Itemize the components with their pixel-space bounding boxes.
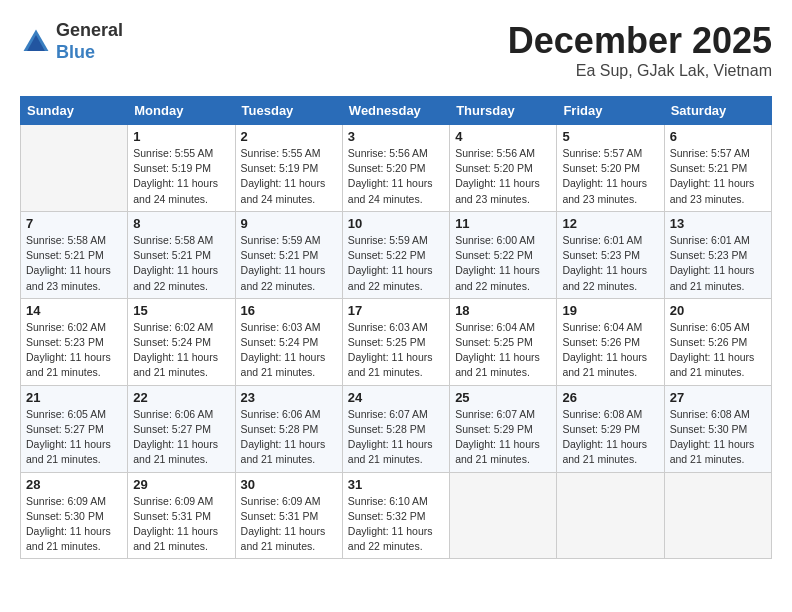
cell-info: Sunrise: 5:57 AMSunset: 5:20 PMDaylight:… xyxy=(562,146,658,207)
cell-date: 13 xyxy=(670,216,766,231)
cell-date: 25 xyxy=(455,390,551,405)
cell-date: 1 xyxy=(133,129,229,144)
cell-info: Sunrise: 6:03 AMSunset: 5:24 PMDaylight:… xyxy=(241,320,337,381)
calendar-week-row: 1Sunrise: 5:55 AMSunset: 5:19 PMDaylight… xyxy=(21,125,772,212)
cell-date: 14 xyxy=(26,303,122,318)
cell-date: 29 xyxy=(133,477,229,492)
cell-date: 17 xyxy=(348,303,444,318)
calendar-cell: 11Sunrise: 6:00 AMSunset: 5:22 PMDayligh… xyxy=(450,211,557,298)
logo: General Blue xyxy=(20,20,123,63)
cell-info: Sunrise: 6:05 AMSunset: 5:27 PMDaylight:… xyxy=(26,407,122,468)
cell-date: 10 xyxy=(348,216,444,231)
calendar-cell: 24Sunrise: 6:07 AMSunset: 5:28 PMDayligh… xyxy=(342,385,449,472)
calendar-week-row: 7Sunrise: 5:58 AMSunset: 5:21 PMDaylight… xyxy=(21,211,772,298)
logo-general-text: General xyxy=(56,20,123,40)
calendar-week-row: 28Sunrise: 6:09 AMSunset: 5:30 PMDayligh… xyxy=(21,472,772,559)
cell-info: Sunrise: 5:58 AMSunset: 5:21 PMDaylight:… xyxy=(133,233,229,294)
calendar-cell: 9Sunrise: 5:59 AMSunset: 5:21 PMDaylight… xyxy=(235,211,342,298)
cell-info: Sunrise: 5:56 AMSunset: 5:20 PMDaylight:… xyxy=(455,146,551,207)
cell-date: 7 xyxy=(26,216,122,231)
cell-info: Sunrise: 6:01 AMSunset: 5:23 PMDaylight:… xyxy=(562,233,658,294)
calendar-cell xyxy=(21,125,128,212)
cell-info: Sunrise: 6:08 AMSunset: 5:30 PMDaylight:… xyxy=(670,407,766,468)
cell-info: Sunrise: 5:55 AMSunset: 5:19 PMDaylight:… xyxy=(133,146,229,207)
calendar-cell xyxy=(664,472,771,559)
cell-info: Sunrise: 5:56 AMSunset: 5:20 PMDaylight:… xyxy=(348,146,444,207)
calendar-cell: 13Sunrise: 6:01 AMSunset: 5:23 PMDayligh… xyxy=(664,211,771,298)
calendar-cell: 12Sunrise: 6:01 AMSunset: 5:23 PMDayligh… xyxy=(557,211,664,298)
calendar-cell: 27Sunrise: 6:08 AMSunset: 5:30 PMDayligh… xyxy=(664,385,771,472)
calendar-cell: 23Sunrise: 6:06 AMSunset: 5:28 PMDayligh… xyxy=(235,385,342,472)
calendar-cell: 18Sunrise: 6:04 AMSunset: 5:25 PMDayligh… xyxy=(450,298,557,385)
calendar-week-row: 14Sunrise: 6:02 AMSunset: 5:23 PMDayligh… xyxy=(21,298,772,385)
day-header: Wednesday xyxy=(342,97,449,125)
calendar-cell: 7Sunrise: 5:58 AMSunset: 5:21 PMDaylight… xyxy=(21,211,128,298)
calendar-cell: 14Sunrise: 6:02 AMSunset: 5:23 PMDayligh… xyxy=(21,298,128,385)
calendar-cell: 22Sunrise: 6:06 AMSunset: 5:27 PMDayligh… xyxy=(128,385,235,472)
cell-info: Sunrise: 6:00 AMSunset: 5:22 PMDaylight:… xyxy=(455,233,551,294)
cell-date: 5 xyxy=(562,129,658,144)
calendar-cell: 31Sunrise: 6:10 AMSunset: 5:32 PMDayligh… xyxy=(342,472,449,559)
day-header: Thursday xyxy=(450,97,557,125)
calendar-cell: 8Sunrise: 5:58 AMSunset: 5:21 PMDaylight… xyxy=(128,211,235,298)
cell-date: 15 xyxy=(133,303,229,318)
cell-date: 30 xyxy=(241,477,337,492)
calendar-cell: 28Sunrise: 6:09 AMSunset: 5:30 PMDayligh… xyxy=(21,472,128,559)
cell-date: 26 xyxy=(562,390,658,405)
cell-date: 27 xyxy=(670,390,766,405)
cell-info: Sunrise: 6:09 AMSunset: 5:30 PMDaylight:… xyxy=(26,494,122,555)
cell-info: Sunrise: 5:55 AMSunset: 5:19 PMDaylight:… xyxy=(241,146,337,207)
day-header: Friday xyxy=(557,97,664,125)
title-block: December 2025 Ea Sup, GJak Lak, Vietnam xyxy=(508,20,772,80)
cell-info: Sunrise: 6:08 AMSunset: 5:29 PMDaylight:… xyxy=(562,407,658,468)
calendar-cell: 29Sunrise: 6:09 AMSunset: 5:31 PMDayligh… xyxy=(128,472,235,559)
calendar-cell: 15Sunrise: 6:02 AMSunset: 5:24 PMDayligh… xyxy=(128,298,235,385)
calendar-cell: 21Sunrise: 6:05 AMSunset: 5:27 PMDayligh… xyxy=(21,385,128,472)
cell-date: 20 xyxy=(670,303,766,318)
day-header: Tuesday xyxy=(235,97,342,125)
cell-date: 21 xyxy=(26,390,122,405)
day-header: Monday xyxy=(128,97,235,125)
calendar-cell xyxy=(557,472,664,559)
cell-info: Sunrise: 6:09 AMSunset: 5:31 PMDaylight:… xyxy=(133,494,229,555)
calendar-cell: 17Sunrise: 6:03 AMSunset: 5:25 PMDayligh… xyxy=(342,298,449,385)
cell-info: Sunrise: 6:02 AMSunset: 5:23 PMDaylight:… xyxy=(26,320,122,381)
calendar-cell: 4Sunrise: 5:56 AMSunset: 5:20 PMDaylight… xyxy=(450,125,557,212)
page-title: December 2025 xyxy=(508,20,772,62)
calendar-cell: 6Sunrise: 5:57 AMSunset: 5:21 PMDaylight… xyxy=(664,125,771,212)
page-subtitle: Ea Sup, GJak Lak, Vietnam xyxy=(508,62,772,80)
cell-date: 19 xyxy=(562,303,658,318)
calendar-cell: 10Sunrise: 5:59 AMSunset: 5:22 PMDayligh… xyxy=(342,211,449,298)
cell-date: 11 xyxy=(455,216,551,231)
cell-info: Sunrise: 6:10 AMSunset: 5:32 PMDaylight:… xyxy=(348,494,444,555)
cell-date: 24 xyxy=(348,390,444,405)
cell-date: 12 xyxy=(562,216,658,231)
calendar-cell: 16Sunrise: 6:03 AMSunset: 5:24 PMDayligh… xyxy=(235,298,342,385)
calendar-cell: 3Sunrise: 5:56 AMSunset: 5:20 PMDaylight… xyxy=(342,125,449,212)
calendar-cell xyxy=(450,472,557,559)
calendar-cell: 20Sunrise: 6:05 AMSunset: 5:26 PMDayligh… xyxy=(664,298,771,385)
calendar-header-row: SundayMondayTuesdayWednesdayThursdayFrid… xyxy=(21,97,772,125)
cell-info: Sunrise: 6:06 AMSunset: 5:27 PMDaylight:… xyxy=(133,407,229,468)
cell-date: 9 xyxy=(241,216,337,231)
cell-info: Sunrise: 6:01 AMSunset: 5:23 PMDaylight:… xyxy=(670,233,766,294)
cell-info: Sunrise: 6:07 AMSunset: 5:29 PMDaylight:… xyxy=(455,407,551,468)
cell-date: 2 xyxy=(241,129,337,144)
cell-date: 3 xyxy=(348,129,444,144)
page-header: General Blue December 2025 Ea Sup, GJak … xyxy=(20,20,772,80)
cell-date: 8 xyxy=(133,216,229,231)
logo-icon xyxy=(20,26,52,58)
calendar-cell: 2Sunrise: 5:55 AMSunset: 5:19 PMDaylight… xyxy=(235,125,342,212)
cell-info: Sunrise: 6:04 AMSunset: 5:25 PMDaylight:… xyxy=(455,320,551,381)
cell-info: Sunrise: 6:06 AMSunset: 5:28 PMDaylight:… xyxy=(241,407,337,468)
cell-date: 6 xyxy=(670,129,766,144)
logo-blue-text: Blue xyxy=(56,42,95,62)
cell-info: Sunrise: 5:59 AMSunset: 5:21 PMDaylight:… xyxy=(241,233,337,294)
day-header: Saturday xyxy=(664,97,771,125)
cell-info: Sunrise: 6:04 AMSunset: 5:26 PMDaylight:… xyxy=(562,320,658,381)
calendar-cell: 5Sunrise: 5:57 AMSunset: 5:20 PMDaylight… xyxy=(557,125,664,212)
cell-info: Sunrise: 6:07 AMSunset: 5:28 PMDaylight:… xyxy=(348,407,444,468)
cell-info: Sunrise: 5:59 AMSunset: 5:22 PMDaylight:… xyxy=(348,233,444,294)
cell-date: 23 xyxy=(241,390,337,405)
calendar-cell: 25Sunrise: 6:07 AMSunset: 5:29 PMDayligh… xyxy=(450,385,557,472)
